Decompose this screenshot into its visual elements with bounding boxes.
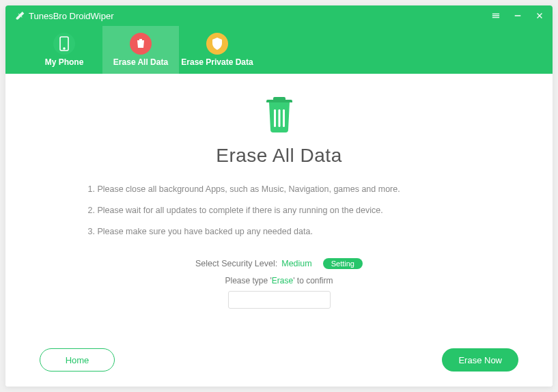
- phone-icon: [53, 33, 75, 55]
- security-label: Select Security Level:: [195, 259, 277, 268]
- window-controls: [491, 11, 544, 20]
- tab-label: Erase Private Data: [181, 57, 253, 67]
- settings-icon[interactable]: [491, 11, 501, 20]
- titlebar: TunesBro DroidWiper: [5, 5, 553, 26]
- setting-button[interactable]: Setting: [323, 258, 363, 269]
- app-window: TunesBro DroidWiper My Phone Erase A: [5, 5, 553, 387]
- tab-erase-private[interactable]: Erase Private Data: [179, 26, 255, 74]
- confirm-keyword: Erase: [272, 276, 293, 285]
- instructions-list: 1. Please close all background Apps, suc…: [88, 183, 471, 246]
- svg-rect-6: [278, 109, 280, 127]
- app-title: TunesBro DroidWiper: [29, 11, 114, 21]
- tab-erase-all[interactable]: Erase All Data: [102, 26, 179, 74]
- confirm-suffix: ' to confirm: [293, 276, 333, 285]
- broom-icon: [14, 10, 25, 21]
- tab-label: Erase All Data: [113, 57, 168, 67]
- trash-circle-icon: [130, 33, 152, 55]
- instruction-item: 3. Please make sure you have backed up a…: [88, 225, 471, 238]
- tab-bar: My Phone Erase All Data Erase Private Da…: [5, 26, 553, 74]
- page-heading: Erase All Data: [216, 145, 341, 167]
- svg-point-4: [64, 48, 65, 49]
- security-level-row: Select Security Level: Medium Setting: [195, 258, 363, 269]
- erase-now-button[interactable]: Erase Now: [442, 348, 518, 372]
- confirm-prefix: Please type ': [225, 276, 271, 285]
- footer-actions: Home Erase Now: [5, 348, 553, 372]
- instruction-item: 1. Please close all background Apps, suc…: [88, 183, 471, 196]
- home-button[interactable]: Home: [40, 348, 115, 372]
- security-level-value: Medium: [281, 259, 311, 268]
- instruction-item: 2. Please wait for all updates to comple…: [88, 204, 471, 217]
- minimize-icon[interactable]: [513, 11, 522, 20]
- confirm-input[interactable]: [228, 291, 331, 309]
- close-icon[interactable]: [535, 11, 544, 20]
- svg-rect-7: [283, 109, 285, 127]
- confirm-instruction: Please type 'Erase' to confirm: [225, 276, 333, 285]
- main-content: Erase All Data 1. Please close all backg…: [5, 74, 553, 387]
- svg-rect-5: [274, 109, 276, 127]
- tab-my-phone[interactable]: My Phone: [26, 26, 102, 74]
- app-logo: TunesBro DroidWiper: [14, 10, 114, 21]
- shield-icon: [206, 33, 228, 55]
- trash-icon: [262, 94, 296, 135]
- tab-label: My Phone: [45, 57, 84, 67]
